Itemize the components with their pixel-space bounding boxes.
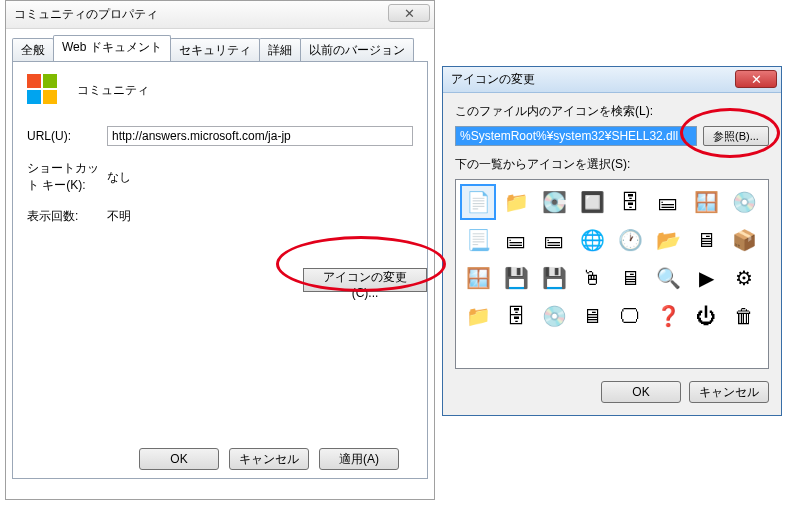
power-icon[interactable]: ⏻ — [688, 298, 724, 334]
icon-dialog-titlebar: アイコンの変更 ✕ — [443, 67, 781, 93]
monitor-icon[interactable]: 🖥 — [688, 222, 724, 258]
visit-value: 不明 — [107, 208, 131, 225]
icon-path-input[interactable] — [455, 126, 697, 146]
help-icon[interactable]: ❓ — [650, 298, 686, 334]
box-icon[interactable]: 📦 — [726, 222, 762, 258]
app-icon[interactable]: 🪟 — [460, 260, 496, 296]
folder-icon[interactable]: 📁 — [498, 184, 534, 220]
hd-icon[interactable]: 🗄 — [498, 298, 534, 334]
titlebar: コミュニティのプロパティ ✕ — [6, 1, 434, 29]
search-label: このファイル内のアイコンを検索(L): — [455, 103, 769, 120]
disk-icon[interactable]: 💽 — [536, 184, 572, 220]
icon-change-dialog: アイコンの変更 ✕ このファイル内のアイコンを検索(L): 参照(B)... 下… — [442, 66, 782, 416]
shortcut-label: ショートカット キー(K): — [27, 160, 107, 194]
drive2-icon[interactable]: 🖴 — [650, 184, 686, 220]
tab-security[interactable]: セキュリティ — [170, 38, 260, 62]
net-drive-x-icon[interactable]: 🖴 — [536, 222, 572, 258]
gear-icon[interactable]: ⚙ — [726, 260, 762, 296]
visit-label: 表示回数: — [27, 208, 107, 225]
dialog-buttons: OK キャンセル 適用(A) — [13, 448, 427, 470]
icon-cancel-button[interactable]: キャンセル — [689, 381, 769, 403]
icon-dialog-close-button[interactable]: ✕ — [735, 70, 777, 88]
url-input[interactable] — [107, 126, 413, 146]
monitor2-icon[interactable]: 🖥 — [574, 298, 610, 334]
title-text: コミュニティのプロパティ — [12, 6, 428, 23]
tabstrip: 全般 Web ドキュメント セキュリティ 詳細 以前のバージョン — [12, 35, 428, 61]
document-icon[interactable]: 📃 — [460, 222, 496, 258]
clock-icon[interactable]: 🕐 — [612, 222, 648, 258]
tab-general[interactable]: 全般 — [12, 38, 54, 62]
change-icon-button[interactable]: アイコンの変更(C)... — [303, 268, 427, 292]
page-icon[interactable]: 📄 — [460, 184, 496, 220]
globe-icon[interactable]: 🌐 — [574, 222, 610, 258]
tab-content: コミュニティ URL(U): ショートカット キー(K): なし 表示回数: 不… — [12, 61, 428, 479]
url-label: URL(U): — [27, 129, 107, 143]
icon-dialog-title: アイコンの変更 — [451, 71, 535, 88]
floppy-icon[interactable]: 💾 — [498, 260, 534, 296]
tab-previous[interactable]: 以前のバージョン — [300, 38, 414, 62]
mouse-icon[interactable]: 🖱 — [574, 260, 610, 296]
ok-button[interactable]: OK — [139, 448, 219, 470]
search-icon[interactable]: 🔍 — [650, 260, 686, 296]
select-label: 下の一覧からアイコンを選択(S): — [455, 156, 769, 173]
microsoft-icon — [27, 74, 59, 106]
chip-icon[interactable]: 🔲 — [574, 184, 610, 220]
folder2-icon[interactable]: 📁 — [460, 298, 496, 334]
icon-list[interactable]: 📄📁💽🔲🗄🖴🪟💿📃🖴🖴🌐🕐📂🖥📦🪟💾💾🖱🖥🔍▶⚙📁🗄💿🖥🖵❓⏻🗑 — [455, 179, 769, 369]
cd-icon[interactable]: 💿 — [726, 184, 762, 220]
pc-icon[interactable]: 🖥 — [612, 260, 648, 296]
tab-details[interactable]: 詳細 — [259, 38, 301, 62]
header-label: コミュニティ — [77, 82, 149, 99]
properties-dialog: コミュニティのプロパティ ✕ 全般 Web ドキュメント セキュリティ 詳細 以… — [5, 0, 435, 500]
shortcut-value: なし — [107, 169, 131, 186]
drive-icon[interactable]: 🗄 — [612, 184, 648, 220]
floppy-x-icon[interactable]: 💾 — [536, 260, 572, 296]
cd2-icon[interactable]: 💿 — [536, 298, 572, 334]
browse-button[interactable]: 参照(B)... — [703, 126, 769, 146]
window-icon[interactable]: 🪟 — [688, 184, 724, 220]
folder-open-icon[interactable]: 📂 — [650, 222, 686, 258]
net-drive-icon[interactable]: 🖴 — [498, 222, 534, 258]
tab-web-document[interactable]: Web ドキュメント — [53, 35, 171, 61]
close-button[interactable]: ✕ — [388, 4, 430, 22]
screen-icon[interactable]: 🖵 — [612, 298, 648, 334]
cancel-button[interactable]: キャンセル — [229, 448, 309, 470]
apply-button[interactable]: 適用(A) — [319, 448, 399, 470]
icon-ok-button[interactable]: OK — [601, 381, 681, 403]
run-icon[interactable]: ▶ — [688, 260, 724, 296]
bin-icon[interactable]: 🗑 — [726, 298, 762, 334]
